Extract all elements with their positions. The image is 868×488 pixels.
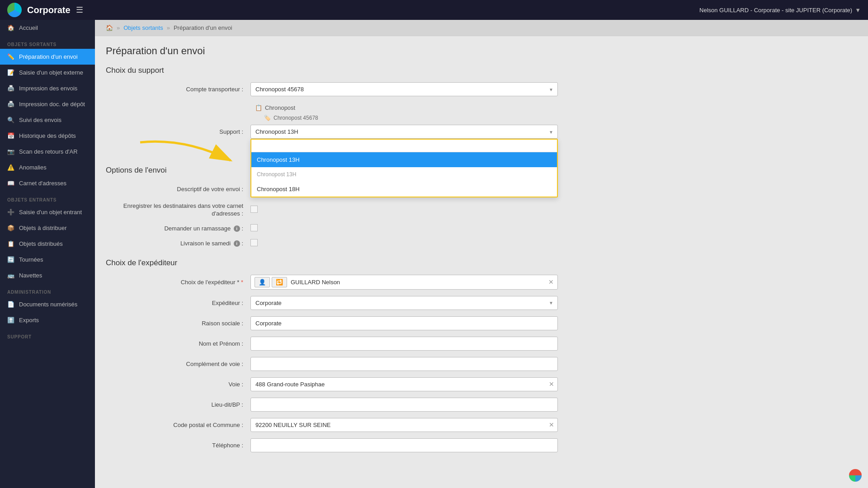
- dropdown-search-input[interactable]: [251, 140, 557, 152]
- user-info-bar: Nelson GUILLARD - Corporate - site JUPIT…: [699, 7, 861, 14]
- telephone-row: Téléphone :: [106, 438, 857, 452]
- sidebar-item-scan[interactable]: 📷Scan des retours d'AR: [0, 144, 95, 160]
- dropdown-item-chronopost13h-selected[interactable]: Chronopost 13H: [251, 152, 557, 167]
- sidebar-label-carnet: Carnet d'adresses: [19, 180, 66, 187]
- chronopost-provider-name: Chronopost: [265, 104, 295, 111]
- voie-input[interactable]: [250, 377, 558, 391]
- dropdown-item-chronopost18h[interactable]: Chronopost 18H: [251, 182, 557, 197]
- sidebar-label-tournees: Tournées: [19, 256, 43, 263]
- lieu-dit-input[interactable]: [250, 398, 558, 412]
- sidebar-item-tournees[interactable]: 🔄Tournées: [0, 252, 95, 267]
- sidebar-item-navettes[interactable]: 🚌Navettes: [0, 267, 95, 283]
- support-row: Support : Chronopost 13H Chronopost 13H …: [106, 125, 857, 139]
- ramassage-info-icon[interactable]: i: [234, 225, 240, 232]
- sidebar-item-distribuer[interactable]: 📦Objets à distribuer: [0, 220, 95, 236]
- voie-label: Voie :: [106, 381, 250, 388]
- expediteur-person-icon-btn[interactable]: 👤: [255, 277, 270, 287]
- voie-input-wrapper: ✕: [250, 377, 558, 391]
- sidebar-label-documents: Documents numérisés: [19, 301, 77, 308]
- sidebar-item-exports[interactable]: ⬆️Exports: [0, 312, 95, 328]
- sidebar-item-carnet[interactable]: 📖Carnet d'adresses: [0, 175, 95, 191]
- livraison-samedi-checkbox[interactable]: [250, 239, 258, 246]
- sidebar-item-saisie-entrant[interactable]: ➕Saisie d'un objet entrant: [0, 204, 95, 220]
- sidebar-section-support: SUPPORT: [0, 328, 95, 341]
- ramassage-row: Demander un ramassage i :: [106, 224, 857, 233]
- sidebar-icon-documents: 📄: [7, 301, 14, 308]
- enregistrer-checkbox[interactable]: [250, 206, 258, 213]
- sidebar-label-saisie-entrant: Saisie d'un objet entrant: [19, 209, 82, 216]
- voie-clear-btn[interactable]: ✕: [549, 380, 554, 388]
- sidebar-item-documents[interactable]: 📄Documents numérisés: [0, 296, 95, 312]
- section-choix-expediteur-title: Choix de l'expéditeur: [106, 258, 857, 267]
- breadcrumb-sep2: »: [167, 24, 170, 31]
- complement-input[interactable]: [250, 357, 558, 371]
- nom-prenom-input[interactable]: [250, 337, 558, 351]
- livraison-info-icon[interactable]: i: [234, 240, 240, 247]
- support-dropdown: Chronopost 13H Chronopost 13H Chronopost…: [250, 139, 558, 197]
- sidebar-icon-historique: 📅: [7, 132, 14, 139]
- sidebar: 🏠AccueilOBJETS SORTANTS✏️Préparation d'u…: [0, 20, 95, 488]
- expediteur-swap-icon-btn[interactable]: 🔁: [272, 277, 287, 287]
- sidebar-item-impression-depot[interactable]: 🖨️Impression doc. de dépôt: [0, 96, 95, 112]
- loader-icon: [849, 469, 862, 482]
- main-content: 🏠 » Objets sortants » Préparation d'un e…: [95, 20, 868, 488]
- home-icon[interactable]: 🏠: [106, 24, 113, 31]
- support-select-wrapper[interactable]: Chronopost 13H: [250, 125, 558, 139]
- raison-sociale-input[interactable]: [250, 316, 558, 330]
- sidebar-icon-anomalies: ⚠️: [7, 164, 14, 171]
- sidebar-item-suivi[interactable]: 🔍Suivi des envois: [0, 112, 95, 128]
- chronopost-copy-icon: 📋: [255, 104, 262, 111]
- code-postal-input[interactable]: [250, 418, 558, 432]
- sidebar-item-anomalies[interactable]: ⚠️Anomalies: [0, 160, 95, 175]
- sidebar-item-preparation[interactable]: ✏️Préparation d'un envoi: [0, 49, 95, 65]
- sidebar-label-accueil: Accueil: [19, 24, 38, 31]
- telephone-input[interactable]: [250, 438, 558, 452]
- sidebar-item-saisie-ext[interactable]: 📝Saisie d'un objet externe: [0, 65, 95, 80]
- enregistrer-label: Enregistrer les destinataires dans votre…: [106, 202, 250, 218]
- sidebar-label-distribues: Objets distribués: [19, 240, 63, 247]
- support-select[interactable]: Chronopost 13H: [250, 125, 558, 139]
- sidebar-icon-carnet: 📖: [7, 180, 14, 187]
- logo-icon: [7, 3, 22, 17]
- sidebar-label-exports: Exports: [19, 317, 39, 324]
- sidebar-label-scan: Scan des retours d'AR: [19, 148, 78, 155]
- menu-toggle[interactable]: ☰: [76, 5, 83, 15]
- lieu-dit-row: Lieu-dit/BP :: [106, 398, 857, 412]
- sidebar-icon-preparation: ✏️: [7, 53, 14, 60]
- breadcrumb-link-objets[interactable]: Objets sortants: [123, 24, 163, 31]
- compte-transporteur-row: Compte transporteur : Chronopost 45678: [106, 82, 857, 96]
- user-menu-chevron[interactable]: ▼: [855, 7, 861, 14]
- expediteur-clear-btn[interactable]: ✕: [548, 278, 554, 286]
- sidebar-section-objets-sortants: OBJETS SORTANTS: [0, 36, 95, 49]
- sidebar-icon-suivi: 🔍: [7, 117, 14, 123]
- enregistrer-row: Enregistrer les destinataires dans votre…: [106, 202, 857, 218]
- sidebar-item-historique[interactable]: 📅Historique des dépôts: [0, 128, 95, 144]
- expediteur-label: Expéditeur :: [106, 300, 250, 306]
- raison-sociale-row: Raison sociale :: [106, 316, 857, 330]
- bottom-loader: [849, 469, 863, 483]
- sidebar-label-saisie-ext: Saisie d'un objet externe: [19, 69, 83, 76]
- sidebar-label-suivi: Suivi des envois: [19, 117, 61, 123]
- sidebar-icon-saisie-ext: 📝: [7, 69, 14, 76]
- chronopost-sub-text: Chronopost 45678: [274, 115, 318, 121]
- sidebar-icon-navettes: 🚌: [7, 272, 14, 279]
- sidebar-item-distribues[interactable]: 📋Objets distribués: [0, 236, 95, 252]
- expediteur-select[interactable]: Corporate: [250, 296, 558, 310]
- dropdown-item-chronopost13h-2[interactable]: Chronopost 13H: [251, 167, 557, 182]
- sidebar-label-impression-envois: Impression des envois: [19, 85, 77, 92]
- compte-transporteur-select[interactable]: Chronopost 45678: [250, 82, 558, 96]
- expediteur-select-wrapper[interactable]: Corporate: [250, 296, 558, 310]
- expediteur-input-wrapper: 👤 🔁 GUILLARD Nelson ✕: [250, 275, 558, 290]
- ramassage-checkbox[interactable]: [250, 224, 258, 231]
- sidebar-icon-impression-envois: 🖨️: [7, 85, 14, 92]
- sidebar-icon-accueil: 🏠: [7, 24, 14, 31]
- livraison-samedi-label: Livraison le samedi i :: [106, 240, 250, 247]
- compte-transporteur-select-wrapper[interactable]: Chronopost 45678: [250, 82, 558, 96]
- expediteur-row: Expéditeur : Corporate: [106, 296, 857, 310]
- sidebar-item-impression-envois[interactable]: 🖨️Impression des envois: [0, 80, 95, 96]
- sidebar-item-accueil[interactable]: 🏠Accueil: [0, 20, 95, 36]
- code-postal-input-wrapper: ✕: [250, 418, 558, 432]
- code-postal-clear-btn[interactable]: ✕: [549, 421, 554, 428]
- chronopost-sub-icon: 🏷️: [264, 115, 271, 121]
- expediteur-choice-row: Choix de l'expéditeur * 👤 🔁 GUILLARD Nel…: [106, 275, 857, 290]
